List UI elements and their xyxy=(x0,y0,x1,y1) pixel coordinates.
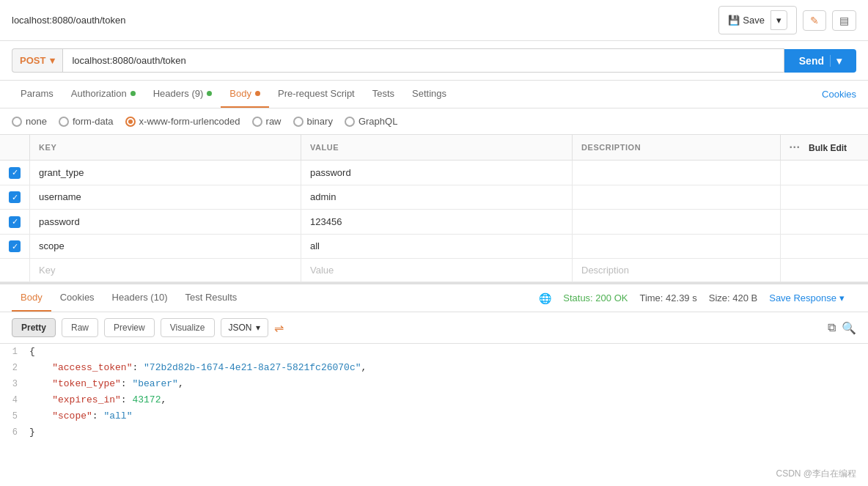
row-key[interactable]: password xyxy=(30,210,301,235)
row-bulk xyxy=(780,185,868,210)
save-caret[interactable]: ▾ xyxy=(770,10,787,30)
tab-body[interactable]: Body xyxy=(221,81,269,108)
body-type-bar: none form-data x-www-form-urlencoded raw… xyxy=(0,108,868,135)
line-content: "access_token": "72b2d82b-1674-4e21-8a27… xyxy=(29,360,868,376)
line-number: 6 xyxy=(0,424,29,441)
row-check[interactable]: ✓ xyxy=(0,210,30,235)
row-key[interactable]: username xyxy=(30,185,301,210)
response-status-bar: 🌐 Status: 200 OK Time: 42.39 s Size: 420… xyxy=(527,292,856,304)
placeholder-description[interactable]: Description xyxy=(573,259,781,282)
row-key[interactable]: scope xyxy=(30,234,301,259)
top-bar: localhost:8080/oauth/token 💾 Save ▾ ✎ ▤ xyxy=(0,0,868,41)
table-header-row: KEY VALUE DESCRIPTION ··· Bulk Edit xyxy=(0,135,868,161)
response-actions: ⧉ 🔍 xyxy=(828,321,856,335)
body-type-graphql[interactable]: GraphQL xyxy=(345,116,397,127)
row-check[interactable]: ✓ xyxy=(0,185,30,210)
tab-headers[interactable]: Headers (9) xyxy=(144,81,221,108)
response-tab-bar: Body Cookies Headers (10) Test Results 🌐… xyxy=(0,284,868,312)
line-content: "token_type": "bearer", xyxy=(29,376,868,392)
placeholder-bulk xyxy=(780,259,868,282)
json-caret: ▾ xyxy=(256,323,260,333)
row-check[interactable]: ✓ xyxy=(0,161,30,185)
save-response-button[interactable]: Save Response ▾ xyxy=(769,292,845,303)
placeholder-check xyxy=(0,259,30,282)
tab-prerequest[interactable]: Pre-request Script xyxy=(269,81,364,108)
row-check[interactable]: ✓ xyxy=(0,234,30,259)
table-row: ✓ username admin xyxy=(0,185,868,210)
save-button[interactable]: 💾 Save ▾ xyxy=(718,6,797,34)
body-type-urlencoded[interactable]: x-www-form-urlencoded xyxy=(125,116,240,127)
row-description xyxy=(573,161,781,185)
search-button[interactable]: 🔍 xyxy=(842,321,856,335)
status-ok: Status: 200 OK xyxy=(563,292,628,303)
tab-params-label: Params xyxy=(21,88,54,99)
chat-button[interactable]: ▤ xyxy=(832,10,856,31)
resp-tab-body[interactable]: Body xyxy=(12,284,51,312)
row-value[interactable]: all xyxy=(301,234,573,259)
row-description xyxy=(573,210,781,235)
code-line: 5 "scope": "all" xyxy=(0,408,868,424)
line-number: 1 xyxy=(0,344,29,360)
resp-tab-cookies[interactable]: Cookies xyxy=(51,284,103,312)
method-caret: ▾ xyxy=(50,55,55,66)
pencil-button[interactable]: ✎ xyxy=(803,10,826,31)
format-visualize[interactable]: Visualize xyxy=(161,318,215,337)
line-content: "scope": "all" xyxy=(29,408,868,424)
request-bar: POST ▾ Send ▾ xyxy=(0,41,868,81)
line-number: 2 xyxy=(0,360,29,376)
checkbox[interactable]: ✓ xyxy=(9,216,21,228)
col-header-bulk: ··· Bulk Edit xyxy=(780,135,868,161)
checkbox[interactable]: ✓ xyxy=(9,240,21,252)
format-pretty[interactable]: Pretty xyxy=(12,318,56,337)
placeholder-key[interactable]: Key xyxy=(30,259,301,282)
body-type-raw[interactable]: raw xyxy=(252,116,282,127)
row-bulk xyxy=(780,210,868,235)
line-number: 3 xyxy=(0,376,29,392)
tab-tests[interactable]: Tests xyxy=(364,81,403,108)
format-preview[interactable]: Preview xyxy=(104,318,155,337)
code-line: 2 "access_token": "72b2d82b-1674-4e21-8a… xyxy=(0,360,868,376)
radio-binary xyxy=(293,117,304,127)
resp-tab-test-results[interactable]: Test Results xyxy=(176,284,246,312)
tab-settings[interactable]: Settings xyxy=(403,81,455,108)
body-type-form-data[interactable]: form-data xyxy=(59,116,114,127)
format-raw[interactable]: Raw xyxy=(62,318,98,337)
authorization-dot xyxy=(130,91,136,96)
bulk-edit-button[interactable]: Bulk Edit xyxy=(809,143,847,153)
checkbox[interactable]: ✓ xyxy=(9,167,21,179)
radio-form-data xyxy=(59,117,69,127)
send-caret[interactable]: ▾ xyxy=(830,55,842,67)
method-select[interactable]: POST ▾ xyxy=(12,48,62,73)
json-format-select[interactable]: JSON ▾ xyxy=(221,318,268,337)
table-body: ✓ grant_type password ✓ username admin ✓… xyxy=(0,161,868,282)
col-header-description: DESCRIPTION xyxy=(573,135,781,161)
table-row: ✓ scope all xyxy=(0,234,868,259)
body-dot xyxy=(255,91,260,96)
copy-button[interactable]: ⧉ xyxy=(828,321,836,335)
line-number: 5 xyxy=(0,408,29,424)
tab-authorization-label: Authorization xyxy=(71,88,127,99)
code-line: 4 "expires_in": 43172, xyxy=(0,392,868,408)
top-bar-url: localhost:8080/oauth/token xyxy=(12,15,125,26)
code-line: 6 } xyxy=(0,424,868,441)
tab-authorization[interactable]: Authorization xyxy=(62,81,144,108)
body-type-none[interactable]: none xyxy=(12,116,47,127)
row-value[interactable]: 123456 xyxy=(301,210,573,235)
tab-body-label: Body xyxy=(229,88,251,99)
table-placeholder-row: Key Value Description xyxy=(0,259,868,282)
resp-tab-headers[interactable]: Headers (10) xyxy=(103,284,177,312)
checkbox[interactable]: ✓ xyxy=(9,191,21,203)
row-value[interactable]: password xyxy=(301,161,573,185)
row-bulk xyxy=(780,161,868,185)
placeholder-value[interactable]: Value xyxy=(301,259,573,282)
cookies-link[interactable]: Cookies xyxy=(822,81,856,107)
send-button[interactable]: Send ▾ xyxy=(784,49,856,73)
row-value[interactable]: admin xyxy=(301,185,573,210)
table-row: ✓ password 123456 xyxy=(0,210,868,235)
format-icon[interactable]: ⇌ xyxy=(274,321,284,335)
url-input[interactable] xyxy=(62,48,784,73)
response-size: Size: 420 B xyxy=(709,292,758,303)
row-key[interactable]: grant_type xyxy=(30,161,301,185)
tab-params[interactable]: Params xyxy=(12,81,62,108)
body-type-binary[interactable]: binary xyxy=(293,116,333,127)
